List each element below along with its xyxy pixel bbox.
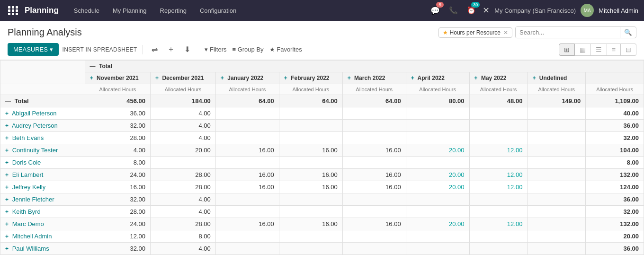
view-list-button[interactable]: ☰ — [591, 44, 607, 56]
nav-reporting[interactable]: Reporting — [154, 5, 192, 16]
row-expand-icon[interactable]: + — [5, 221, 9, 227]
row-name: + Jeffrey Kelly — [0, 181, 85, 193]
row-name: + Beth Evans — [0, 132, 85, 144]
apps-grid-icon[interactable] — [6, 3, 21, 18]
month-undef[interactable]: + Undefined — [528, 72, 586, 84]
row-dec: 28.00 — [151, 169, 216, 181]
phone-icon[interactable]: 📞 — [447, 4, 460, 17]
search-tag-hours-per-resource[interactable]: ★ Hours per Resource ✕ — [438, 27, 512, 38]
view-table-button[interactable]: ⊞ — [559, 44, 575, 56]
month-expand-icon[interactable]: + — [348, 75, 351, 81]
row-expand-icon[interactable]: + — [5, 233, 9, 240]
month-may2022[interactable]: + May 2022 — [469, 72, 528, 84]
row-mar: 16.00 — [342, 218, 406, 230]
messages-icon[interactable]: 💬 5 — [429, 4, 442, 17]
user-avatar[interactable]: MA — [581, 4, 594, 17]
row-may: 12.00 — [469, 169, 528, 181]
row-name: + Audrey Peterson — [0, 120, 85, 132]
company-name: My Company (San Francisco) — [494, 7, 576, 14]
row-name-link[interactable]: Continuity Tester — [12, 147, 58, 154]
month-dec2021[interactable]: + December 2021 — [151, 72, 216, 84]
month-expand-icon[interactable]: + — [221, 75, 224, 81]
row-name-link[interactable]: Doris Cole — [12, 159, 41, 166]
row-undef — [528, 193, 586, 206]
row-expand-icon[interactable]: + — [5, 159, 9, 166]
row-name-link[interactable]: Beth Evans — [12, 134, 44, 141]
total-minus-icon[interactable]: — — [5, 98, 11, 105]
row-dec: 28.00 — [151, 181, 216, 193]
view-bar-button[interactable]: ▦ — [575, 44, 591, 56]
group-by-button[interactable]: ≡ Group By — [232, 46, 263, 53]
row-name-link[interactable]: Abigail Peterson — [12, 110, 57, 117]
search-tag-close[interactable]: ✕ — [503, 29, 508, 36]
month-mar2022[interactable]: + March 2022 — [342, 72, 406, 84]
row-name-link[interactable]: Jeffrey Kelly — [12, 184, 46, 191]
month-expand-icon[interactable]: + — [411, 75, 414, 81]
row-feb — [279, 193, 342, 206]
row-expand-icon[interactable]: + — [5, 110, 9, 117]
row-name: + Eli Lambert — [0, 169, 85, 181]
row-mar — [342, 132, 406, 144]
row-expand-icon[interactable]: + — [5, 172, 9, 178]
search-button[interactable]: 🔍 — [620, 27, 636, 38]
row-expand-icon[interactable]: + — [5, 147, 9, 154]
row-dec: 8.00 — [151, 230, 216, 243]
close-icon[interactable]: ✕ — [483, 5, 490, 16]
adjust-icon-button[interactable]: ⇌ — [149, 44, 161, 55]
month-expand-icon[interactable]: + — [474, 75, 478, 81]
month-jan2022[interactable]: + January 2022 — [215, 72, 279, 84]
measures-button[interactable]: MEASURES ▾ — [8, 43, 59, 56]
download-icon-button[interactable]: ⬇ — [181, 44, 193, 55]
row-apr — [406, 132, 469, 144]
row-expand-icon[interactable]: + — [5, 196, 9, 203]
row-name: + Paul Williams — [0, 243, 85, 255]
add-icon-button[interactable]: ＋ — [164, 44, 178, 55]
clock-icon[interactable]: ⏰ 30 — [465, 4, 478, 17]
row-name-link[interactable]: Audrey Peterson — [12, 122, 58, 129]
alloc-hours-undef: Allocated Hours — [528, 84, 586, 95]
nav-configuration[interactable]: Configuration — [194, 5, 242, 16]
total-undef: 149.00 — [528, 95, 586, 107]
month-apr2022[interactable]: + April 2022 — [406, 72, 469, 84]
row-name-link[interactable]: Eli Lambert — [12, 171, 44, 178]
row-may: 12.00 — [469, 181, 528, 193]
month-expand-icon[interactable]: + — [90, 75, 93, 81]
row-apr: 20.00 — [406, 181, 469, 193]
alloc-hours-mar: Allocated Hours — [342, 84, 406, 95]
month-expand-icon[interactable]: + — [532, 75, 536, 81]
row-may — [469, 230, 528, 243]
total-collapse-icon[interactable]: — — [90, 63, 96, 70]
month-nov2021[interactable]: + November 2021 — [85, 72, 150, 84]
nav-my-planning[interactable]: My Planning — [107, 5, 152, 16]
row-expand-icon[interactable]: + — [5, 245, 9, 252]
alloc-hours-jan: Allocated Hours — [215, 84, 279, 95]
row-expand-icon[interactable]: + — [5, 209, 9, 215]
view-lines-button[interactable]: ≡ — [607, 44, 621, 56]
month-expand-icon[interactable]: + — [155, 75, 159, 81]
row-name-link[interactable]: Jennie Fletcher — [12, 196, 54, 203]
row-name-link[interactable]: Marc Demo — [12, 220, 44, 227]
row-jan: 16.00 — [215, 169, 279, 181]
view-tiles-button[interactable]: ⊟ — [621, 44, 636, 56]
favorites-button[interactable]: ★ Favorites — [269, 46, 302, 53]
row-name-link[interactable]: Mitchell Admin — [12, 233, 52, 240]
header-row-months: + November 2021 + December 2021 + Januar… — [0, 72, 644, 84]
insert-spreadsheet-button[interactable]: INSERT IN SPREADSHEET — [63, 46, 137, 53]
search-input[interactable] — [516, 27, 620, 38]
row-expand-icon[interactable]: + — [5, 135, 9, 141]
row-expand-icon[interactable]: + — [5, 184, 9, 191]
row-undef — [528, 144, 586, 157]
row-dec: 4.00 — [151, 243, 216, 255]
row-expand-icon[interactable]: + — [5, 122, 9, 129]
month-expand-icon[interactable]: + — [284, 75, 287, 81]
alloc-hours-nov: Allocated Hours — [85, 84, 150, 95]
month-feb2022[interactable]: + February 2022 — [279, 72, 342, 84]
row-name-link[interactable]: Paul Williams — [12, 245, 49, 252]
row-name-link[interactable]: Keith Byrd — [12, 208, 41, 215]
table-row: + Marc Demo 24.00 28.00 16.00 16.00 16.0… — [0, 218, 644, 230]
row-feb: 16.00 — [279, 144, 342, 157]
filters-button[interactable]: ▾ Filters — [205, 46, 226, 53]
row-feb — [279, 243, 342, 255]
nav-right: 💬 5 📞 ⏰ 30 ✕ My Company (San Francisco) … — [429, 4, 638, 17]
nav-schedule[interactable]: Schedule — [68, 5, 105, 16]
